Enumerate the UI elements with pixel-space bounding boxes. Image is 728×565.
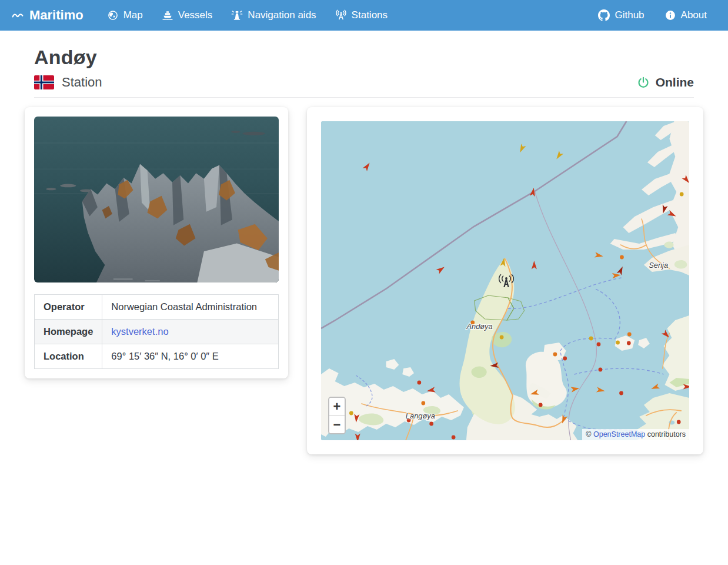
globe-icon bbox=[107, 9, 119, 21]
lighthouse-icon bbox=[231, 9, 243, 21]
nav-item-navigation-aids[interactable]: Navigation aids bbox=[224, 6, 323, 25]
vessel-dot[interactable] bbox=[349, 411, 353, 416]
vessel-dot[interactable] bbox=[616, 341, 620, 345]
vessel-dot[interactable] bbox=[619, 391, 623, 396]
homepage-link[interactable]: kystverket.no bbox=[111, 326, 168, 337]
vessel-dot[interactable] bbox=[418, 381, 422, 385]
nav-item-vessels-label: Vessels bbox=[178, 9, 213, 21]
nav-item-about[interactable]: About bbox=[657, 6, 714, 25]
attribution-prefix: © bbox=[586, 430, 593, 438]
station-info-card: Operator Norwegian Coastal Administratio… bbox=[25, 107, 288, 378]
nav-items: Map Vessels Navi bbox=[100, 6, 592, 25]
row-value: 69° 15′ 36″ N, 16° 0′ 0″ E bbox=[102, 344, 279, 369]
zoom-out-button[interactable]: − bbox=[329, 416, 345, 433]
vessel-dot[interactable] bbox=[539, 403, 543, 407]
attribution-suffix: contributors bbox=[645, 430, 686, 438]
nav-right: Github About bbox=[591, 6, 714, 25]
vessel-dot[interactable] bbox=[680, 192, 684, 197]
place-label-langøya: Langøya bbox=[406, 411, 435, 420]
row-label: Location bbox=[35, 344, 102, 369]
vessel-dot[interactable] bbox=[589, 337, 593, 341]
vessel-dot[interactable] bbox=[597, 343, 601, 347]
ship-icon bbox=[162, 9, 173, 21]
table-row-homepage: Homepage kystverket.no bbox=[35, 320, 279, 344]
vessel-dot[interactable] bbox=[553, 353, 557, 357]
nav-item-map[interactable]: Map bbox=[100, 6, 150, 25]
table-row-location: Location 69° 15′ 36″ N, 16° 0′ 0″ E bbox=[35, 344, 279, 369]
nav-item-about-label: About bbox=[681, 9, 707, 21]
nav-item-navigation-aids-label: Navigation aids bbox=[248, 9, 316, 21]
map[interactable]: SenjaAndøyaLangøya + bbox=[321, 121, 689, 440]
broadcast-tower-icon bbox=[335, 9, 347, 21]
zoom-in-button[interactable]: + bbox=[329, 398, 345, 416]
wave-logo-icon bbox=[12, 9, 24, 21]
vessel-dot[interactable] bbox=[677, 420, 681, 424]
power-icon bbox=[637, 76, 650, 89]
nav-item-stations-label: Stations bbox=[352, 9, 388, 21]
row-label: Operator bbox=[35, 295, 102, 320]
table-row-operator: Operator Norwegian Coastal Administratio… bbox=[35, 295, 279, 320]
nav-item-vessels[interactable]: Vessels bbox=[155, 6, 220, 25]
nav-item-stations[interactable]: Stations bbox=[328, 6, 395, 25]
brand-label: Maritimo bbox=[29, 8, 84, 23]
openstreetmap-link[interactable]: OpenStreetMap bbox=[593, 430, 645, 438]
vessel-dot[interactable] bbox=[627, 333, 632, 337]
vessel-dot[interactable] bbox=[563, 357, 567, 361]
row-value: kystverket.no bbox=[102, 320, 279, 344]
page-header: Andøy Station bbox=[25, 40, 703, 98]
row-label: Homepage bbox=[35, 320, 102, 344]
top-navbar: Maritimo Map Vessels bbox=[0, 0, 728, 31]
brand[interactable]: Maritimo bbox=[12, 8, 84, 23]
vessel-dot[interactable] bbox=[421, 401, 425, 406]
vessel-dot[interactable] bbox=[599, 368, 603, 372]
page-container: Andøy Station bbox=[0, 31, 728, 454]
nav-item-github[interactable]: Github bbox=[591, 6, 651, 25]
place-label-andøya: Andøya bbox=[466, 322, 492, 331]
station-details-table: Operator Norwegian Coastal Administratio… bbox=[34, 294, 279, 369]
nav-item-github-label: Github bbox=[615, 9, 644, 21]
station-photo bbox=[34, 117, 279, 282]
status-badge: Online bbox=[637, 75, 694, 89]
place-label-senja: Senja bbox=[649, 261, 668, 270]
status-label: Online bbox=[656, 75, 694, 89]
vessel-dot[interactable] bbox=[452, 436, 456, 440]
norway-flag-icon bbox=[34, 75, 54, 89]
vessel-dot[interactable] bbox=[620, 255, 624, 260]
page-title: Andøy bbox=[34, 46, 694, 69]
nav-item-map-label: Map bbox=[123, 9, 143, 21]
vessel-dot[interactable] bbox=[500, 335, 504, 340]
map-card: SenjaAndøyaLangøya + bbox=[307, 107, 703, 454]
github-icon bbox=[598, 9, 610, 21]
map-zoom-control: + − bbox=[328, 397, 346, 434]
vessel-dot[interactable] bbox=[627, 341, 631, 345]
map-attribution: © OpenStreetMap contributors bbox=[582, 429, 689, 440]
station-type-label: Station bbox=[62, 75, 102, 90]
vessel-dot[interactable] bbox=[429, 422, 433, 426]
info-circle-icon bbox=[664, 9, 676, 21]
row-value: Norwegian Coastal Administration bbox=[102, 295, 279, 320]
